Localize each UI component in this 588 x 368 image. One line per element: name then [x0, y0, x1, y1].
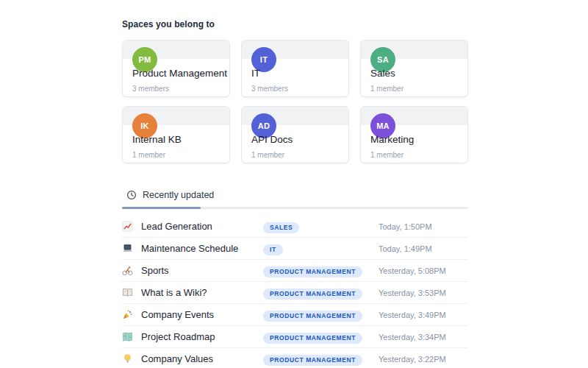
updated-timestamp: Yesterday, 3:22PM	[379, 355, 468, 364]
space-member-count: 1 member	[132, 151, 165, 159]
space-card-it[interactable]: IT IT 3 members	[241, 40, 349, 97]
updated-timestamp: Yesterday, 3:34PM	[379, 333, 468, 342]
list-item-lead-generation[interactable]: Lead Generation SALES Today, 1:50PM	[122, 216, 468, 238]
space-member-count: 1 member	[370, 85, 404, 93]
updated-timestamp: Today, 1:49PM	[379, 244, 468, 253]
updated-timestamp: Today, 1:50PM	[379, 222, 468, 231]
world-map-icon	[122, 331, 141, 342]
space-badge[interactable]: PRODUCT MANAGEMENT	[263, 266, 362, 277]
clock-icon	[126, 190, 137, 200]
recently-updated-list: Lead Generation SALES Today, 1:50PM Main…	[122, 216, 468, 368]
space-member-count: 3 members	[251, 85, 288, 93]
main-content: Spaces you belong to PM Product Manageme…	[122, 0, 468, 368]
list-item-company-events[interactable]: Company Events PRODUCT MANAGEMENT Yester…	[122, 304, 468, 326]
space-badge[interactable]: PRODUCT MANAGEMENT	[263, 311, 362, 322]
page-title: Sports	[141, 265, 263, 276]
tab-recently-updated[interactable]: Recently updated	[122, 185, 217, 207]
page-title: Lead Generation	[141, 221, 263, 232]
space-name: Marketing	[370, 134, 414, 145]
space-badge[interactable]: SALES	[263, 222, 299, 233]
list-item-what-is-a-wiki[interactable]: What is a Wiki? PRODUCT MANAGEMENT Yeste…	[122, 282, 468, 304]
updated-timestamp: Yesterday, 3:49PM	[379, 311, 468, 319]
dashboard-screen: Spaces you belong to PM Product Manageme…	[0, 0, 588, 368]
list-item-company-values[interactable]: Company Values PRODUCT MANAGEMENT Yester…	[122, 348, 468, 368]
active-tab-underline	[122, 207, 201, 209]
updated-timestamp: Yesterday, 5:08PM	[379, 266, 468, 275]
list-item-sports[interactable]: Sports PRODUCT MANAGEMENT Yesterday, 5:0…	[122, 260, 468, 282]
party-popper-icon	[122, 309, 141, 320]
page-title: Company Values	[141, 353, 263, 364]
space-name: Sales	[370, 68, 395, 79]
laptop-icon	[122, 243, 141, 254]
chart-increasing-icon	[122, 221, 141, 232]
space-name: Internal KB	[132, 134, 182, 145]
space-badge[interactable]: PRODUCT MANAGEMENT	[263, 333, 362, 344]
space-name: IT	[251, 68, 260, 79]
space-badge[interactable]: IT	[263, 244, 283, 255]
space-card-product-management[interactable]: PM Product Management 3 members	[122, 40, 230, 97]
space-member-count: 3 members	[132, 85, 169, 93]
space-member-count: 1 member	[251, 151, 284, 159]
space-card-api-docs[interactable]: AD API Docs 1 member	[241, 106, 349, 163]
space-name: API Docs	[251, 134, 293, 145]
light-bulb-icon	[122, 353, 141, 364]
person-biking-icon	[122, 265, 141, 276]
space-badge[interactable]: PRODUCT MANAGEMENT	[263, 289, 362, 300]
page-title: Project Roadmap	[141, 331, 263, 342]
space-badge[interactable]: PRODUCT MANAGEMENT	[263, 355, 362, 366]
space-name: Product Management	[132, 68, 227, 79]
spaces-heading: Spaces you belong to	[122, 19, 468, 29]
page-title: What is a Wiki?	[141, 287, 263, 298]
open-book-icon	[122, 287, 141, 298]
space-cards-grid: PM Product Management 3 members IT IT 3 …	[122, 40, 468, 163]
recent-tabs: Recently updated	[122, 185, 468, 209]
updated-timestamp: Yesterday, 3:53PM	[379, 289, 468, 297]
tab-divider	[122, 207, 468, 209]
page-title: Maintenance Schedule	[141, 243, 263, 254]
space-member-count: 1 member	[370, 151, 404, 159]
space-card-marketing[interactable]: MA Marketing 1 member	[360, 106, 468, 163]
space-card-internal-kb[interactable]: IK Internal KB 1 member	[122, 106, 230, 163]
tab-label: Recently updated	[143, 190, 214, 200]
list-item-maintenance-schedule[interactable]: Maintenance Schedule IT Today, 1:49PM	[122, 238, 468, 260]
page-title: Company Events	[141, 309, 263, 320]
list-item-project-roadmap[interactable]: Project Roadmap PRODUCT MANAGEMENT Yeste…	[122, 326, 468, 348]
space-card-sales[interactable]: SA Sales 1 member	[360, 40, 468, 97]
